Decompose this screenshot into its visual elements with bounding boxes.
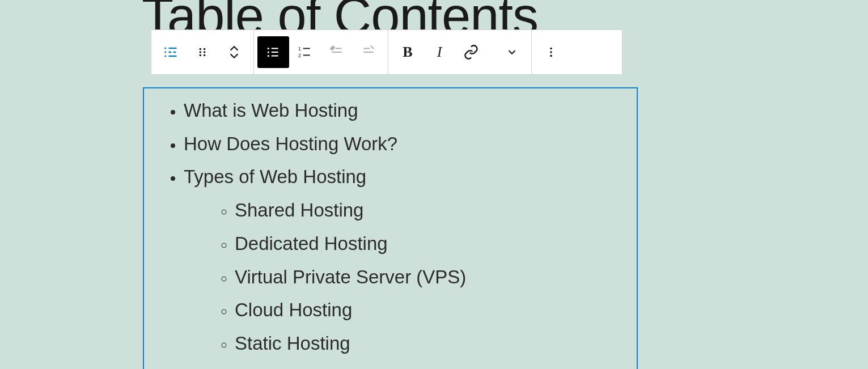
link-button[interactable] xyxy=(455,36,487,68)
svg-point-2 xyxy=(164,51,166,53)
list-item-text: Types of Web Hosting xyxy=(184,166,366,187)
chevron-down-icon xyxy=(228,52,240,60)
indent-icon xyxy=(361,45,376,60)
outdent-button[interactable] xyxy=(321,36,353,68)
list-item[interactable]: What is Web Hosting xyxy=(184,94,620,128)
svg-point-11 xyxy=(204,54,206,57)
bullet-list[interactable]: What is Web Hosting How Does Hosting Wor… xyxy=(161,94,620,360)
block-toolbar: 1 2 xyxy=(151,29,623,75)
list-item-text: Static Hosting xyxy=(235,333,350,354)
move-updown-button[interactable] xyxy=(218,36,250,68)
link-icon xyxy=(463,44,479,60)
numbered-list-icon: 1 2 xyxy=(298,45,312,60)
bullet-list-icon xyxy=(266,45,281,60)
bold-icon: B xyxy=(403,44,412,61)
svg-point-14 xyxy=(268,51,269,53)
svg-point-9 xyxy=(204,51,206,53)
svg-text:1: 1 xyxy=(298,46,301,52)
svg-point-6 xyxy=(200,48,202,50)
unordered-list-button[interactable] xyxy=(257,36,289,68)
nested-bullet-list[interactable]: Shared Hosting Dedicated Hosting Virtual… xyxy=(184,194,620,360)
svg-point-27 xyxy=(550,51,552,53)
list-item-text: Virtual Private Server (VPS) xyxy=(235,266,466,287)
list-item-text: What is Web Hosting xyxy=(184,100,358,121)
svg-point-8 xyxy=(200,51,202,53)
drag-handle-icon xyxy=(196,46,209,58)
list-item-text: Shared Hosting xyxy=(235,200,363,220)
drag-handle-button[interactable] xyxy=(187,36,218,68)
chevron-down-icon xyxy=(506,46,518,58)
svg-point-0 xyxy=(164,47,166,49)
chevron-up-icon xyxy=(228,44,240,52)
svg-point-16 xyxy=(268,55,269,57)
kebab-icon xyxy=(545,46,557,58)
svg-text:2: 2 xyxy=(298,53,301,58)
svg-point-26 xyxy=(550,48,552,50)
list-item[interactable]: Virtual Private Server (VPS) xyxy=(235,261,620,294)
list-item[interactable]: Shared Hosting xyxy=(235,194,620,227)
toolbar-group-options xyxy=(532,30,570,74)
indent-button[interactable] xyxy=(353,36,384,68)
list-item[interactable]: Cloud Hosting xyxy=(235,294,620,327)
svg-point-4 xyxy=(164,55,166,57)
svg-point-7 xyxy=(204,48,206,50)
list-item[interactable]: Static Hosting xyxy=(235,327,620,360)
italic-button[interactable]: I xyxy=(424,36,455,68)
list-item-text: How Does Hosting Work? xyxy=(184,133,397,154)
toolbar-group-format: B I xyxy=(388,30,531,74)
list-item-text: Dedicated Hosting xyxy=(235,233,388,254)
list-item[interactable]: Dedicated Hosting xyxy=(235,227,620,261)
svg-point-12 xyxy=(268,48,269,49)
list-item-text: Cloud Hosting xyxy=(235,299,352,320)
toolbar-group-block xyxy=(151,30,253,74)
toolbar-group-list: 1 2 xyxy=(254,30,388,74)
list-item[interactable]: How Does Hosting Work? xyxy=(184,128,620,161)
italic-icon: I xyxy=(437,44,442,61)
list-block[interactable]: What is Web Hosting How Does Hosting Wor… xyxy=(143,87,638,369)
options-button[interactable] xyxy=(535,36,567,68)
list-icon xyxy=(163,44,179,60)
ordered-list-button[interactable]: 1 2 xyxy=(289,36,321,68)
more-formatting-button[interactable] xyxy=(496,36,528,68)
list-item[interactable]: Types of Web Hosting Shared Hosting Dedi… xyxy=(184,160,620,360)
outdent-icon xyxy=(329,45,344,60)
bold-button[interactable]: B xyxy=(392,36,424,68)
svg-point-28 xyxy=(550,55,552,57)
block-type-button[interactable] xyxy=(155,36,187,68)
editor-canvas: Table of Contents xyxy=(0,0,868,369)
svg-point-10 xyxy=(200,54,202,57)
